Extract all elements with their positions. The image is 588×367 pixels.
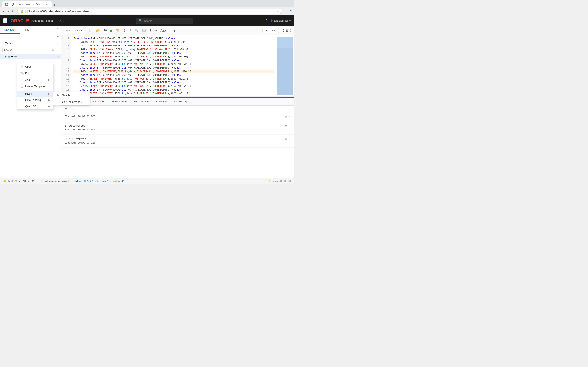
extensions-button[interactable]: ⋮ [284, 8, 288, 14]
add-icon: + [20, 78, 24, 81]
fullscreen-button[interactable]: ⛶ [281, 29, 284, 33]
commit-text: Commit complete. [65, 137, 95, 141]
context-item-edit[interactable]: ✏️ Edit... [17, 70, 53, 76]
forward-button[interactable]: › [7, 9, 9, 14]
open-button[interactable]: 📂 [95, 28, 102, 33]
user-badge[interactable]: 👤 ORDSTEST ▾ [270, 19, 291, 22]
tab-close-icon[interactable]: ✕ [45, 3, 48, 6]
context-item-quick-ddl[interactable]: Quick DDL ▶ [17, 103, 53, 109]
schema-row: ORDSTEST ▾ [0, 34, 61, 40]
page-icon: 📄 [25, 10, 28, 13]
tab-navigator[interactable]: Navigator [0, 26, 20, 34]
worksheet-label: [Worksheet ]* [66, 29, 80, 32]
output-content: Elapsed: 00:00:00.007 ⧉ ℹ 1 row inserted… [61, 112, 294, 167]
output-actions-3: ⧉ ℹ [285, 137, 291, 141]
url-bar[interactable]: 🔒 📄 localhost:8080/ords/ordstest/_sdw/?n… [17, 9, 282, 14]
object-search-input[interactable] [2, 48, 51, 52]
tab-explain-plan[interactable]: Explain Plan [131, 98, 152, 105]
warning-icon-1[interactable]: ⚠ [8, 180, 10, 182]
tab-title: SQL | Oracle Database Actions [10, 3, 43, 6]
tree-item-emp[interactable]: ▶ ▦ EMP ✏ [0, 54, 61, 59]
context-menu: 📄 Open ✏️ Edit... + Add ▶ 📋 Use as Templ… [17, 63, 53, 110]
commit-button[interactable]: ⇪ [122, 28, 127, 33]
sql-label: SQL [59, 19, 64, 22]
bottom-toolbar: 🗑 ⬇ [61, 106, 294, 112]
code-line-15: Insert into EMP (EMPNO,ENAME,JOB,MGR,HIR… [73, 88, 274, 92]
settings-button[interactable]: ≡ [289, 8, 292, 14]
context-item-data-loading[interactable]: Data Loading ▶ [17, 97, 53, 103]
info-button-3[interactable]: ℹ [289, 137, 291, 141]
new-file-button[interactable]: 📄 [87, 28, 94, 33]
copy-button-3[interactable]: ⧉ [285, 137, 288, 141]
object-type-row: ▾ Tables ▾ [0, 40, 61, 46]
context-item-add[interactable]: + Add ▶ [17, 76, 53, 83]
copy-button-1[interactable]: ⧉ [285, 115, 288, 119]
copy-button-2[interactable]: ⧉ [285, 124, 288, 128]
tab-dbms-output[interactable]: DBMS Output [108, 98, 131, 105]
back-button[interactable]: ‹ [2, 9, 5, 14]
uppercase-button[interactable]: Aa▾ [159, 28, 167, 33]
notification-icon[interactable]: 🔔 [3, 180, 6, 182]
code-line-10: (7654,'MARTIN','SALESMAN',7698,to_date('… [73, 70, 274, 73]
search-box[interactable]: 🔍 [136, 18, 193, 24]
bottom-tab-help[interactable]: ? [287, 99, 292, 105]
tree-expand-icon: ▶ [5, 55, 7, 58]
info-button-1[interactable]: ℹ [289, 115, 291, 119]
code-line-4: (7499,'ALLEN','SALESMAN',7698,to_date('2… [73, 48, 274, 51]
active-tab[interactable]: SQL | Oracle Database Actions ✕ [2, 1, 52, 7]
output-text-2: 1 row inserted. Elapsed: 00:00:00.009 [65, 124, 95, 132]
sub-item-curl[interactable]: ~ cURL command... [53, 99, 90, 105]
run-script-button[interactable]: 📜 [114, 28, 121, 33]
settings-icon[interactable]: ⚙ [15, 180, 17, 182]
output-actions-1: ⧉ ℹ [285, 115, 291, 119]
context-item-use-as-template[interactable]: 📋 Use as Template [17, 83, 53, 90]
layout-button[interactable]: ⊞ [285, 29, 288, 33]
bookmark-icon[interactable]: ☆ [276, 10, 278, 13]
autotrace-button[interactable]: 📊 [141, 28, 147, 33]
help-button[interactable]: ? [265, 19, 268, 23]
new-tab-button[interactable]: + [52, 3, 57, 7]
rollback-button[interactable]: ⇩ [128, 28, 133, 33]
refresh-button[interactable]: ↻ [52, 48, 54, 52]
tab-files[interactable]: Files [20, 26, 33, 34]
context-item-open[interactable]: 📄 Open [17, 63, 53, 70]
elapsed-1: Elapsed: 00:00:00.007 [65, 115, 95, 119]
output-block-3: Commit complete. Elapsed: 00:00:00.016 ⧉… [61, 134, 294, 147]
hamburger-menu-button[interactable]: ☰ [3, 18, 7, 24]
code-line-14: (7782,'CLARK','MANAGER',7839,to_date('09… [73, 84, 274, 88]
more-options-button[interactable]: ⋯ [56, 48, 59, 52]
explain-button[interactable]: 🔍 [134, 28, 140, 33]
sub-item-disable[interactable]: ⊘ Disable... [53, 92, 90, 99]
status-url[interactable]: localhost:8080/ords/ordstest/_sdw?nav=wo… [73, 180, 124, 182]
code-line-6: (7521,'WARD','SALESMAN',7698,to_date('22… [73, 55, 274, 59]
tab-sql-history[interactable]: SQL History [170, 98, 191, 105]
edit-icon[interactable]: ✏ [57, 55, 59, 58]
warning-icon-2[interactable]: ⚠ [11, 180, 13, 182]
toolbar-separator-2 [169, 28, 169, 33]
reload-button[interactable]: ↻ [11, 8, 16, 14]
download-output-button[interactable]: ⬇ [71, 107, 76, 111]
schema-select[interactable]: ORDSTEST ▾ [2, 35, 59, 39]
context-item-rest[interactable]: REST ▶ [17, 91, 53, 97]
toolbar-help-button[interactable]: ? [290, 29, 292, 33]
clear-button[interactable]: 🗑 [171, 28, 177, 33]
object-type-dropdown[interactable]: ▾ [57, 42, 59, 45]
worksheet-dropdown[interactable]: [Worksheet ]* ▾ [64, 28, 84, 33]
save-button[interactable]: 💾 [102, 28, 109, 33]
panel-help-button[interactable]: ? [54, 26, 61, 34]
bottom-tabs-row: Query Result Script Output DBMS Output E… [61, 98, 294, 106]
code-content[interactable]: Insert into EMP (EMPNO,ENAME,JOB,MGR,HIR… [71, 35, 276, 96]
db-actions-text: Database Actions [31, 19, 53, 22]
run-button[interactable]: ▶ [110, 28, 113, 33]
format-button[interactable]: ≡ [154, 28, 158, 33]
clear-output-button[interactable]: 🗑 [64, 107, 69, 111]
download-button[interactable]: ⬇ [148, 28, 153, 33]
search-input[interactable] [144, 19, 189, 22]
info-button-2[interactable]: ℹ [289, 124, 291, 128]
oracle-logo: ORACLE Database Actions | SQL [11, 18, 64, 24]
tab-autotrace[interactable]: Autotrace [152, 98, 170, 105]
add-label: Add [25, 78, 30, 81]
data-load-button[interactable]: Data Load [262, 28, 279, 33]
status-bar: 🔔 ⚠ ⚠ ⚙ ● 2:32:59 PM - REST call resolve… [0, 178, 294, 184]
schema-label: ORDSTEST [2, 35, 17, 39]
